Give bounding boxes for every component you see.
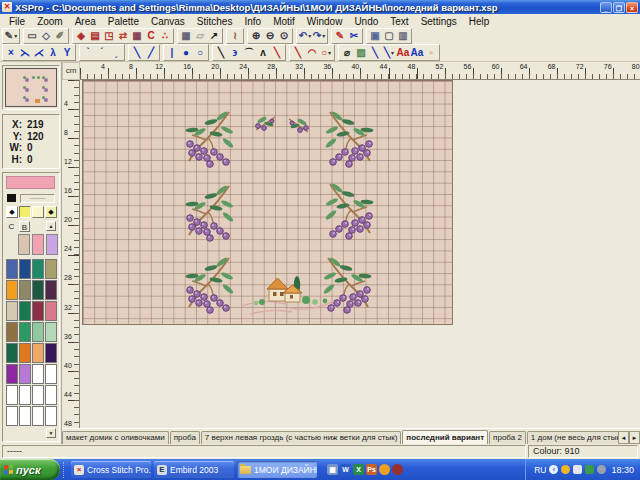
rotate-tool-button[interactable]: C <box>144 30 158 43</box>
current-color-swatch[interactable] <box>6 176 55 189</box>
motif-flip-tool-button[interactable]: ⇄ <box>116 30 130 43</box>
palette-swatch[interactable] <box>45 301 57 321</box>
palette-swatch[interactable] <box>32 301 44 321</box>
menu-zoom[interactable]: Zoom <box>31 16 69 27</box>
palette-mode-yellow[interactable] <box>19 206 31 218</box>
language-indicator[interactable]: RU <box>534 465 546 475</box>
motif-pattern-tool-button[interactable]: ▦ <box>130 30 144 43</box>
palette-scroll-up-button[interactable]: ▲ <box>46 221 56 231</box>
tray-app-icon[interactable] <box>573 465 582 474</box>
menu-info[interactable]: Info <box>238 16 267 27</box>
pattern-tab-2[interactable]: 7 верхн левая гроздь (с частью ниж ветки… <box>201 431 402 444</box>
tray-chevron-icon[interactable]: ‹ <box>549 465 558 474</box>
palette-swatch[interactable] <box>19 364 31 384</box>
preview-panel[interactable] <box>2 65 60 110</box>
three-quarter-stitch-left-button[interactable]: ⋋ <box>18 46 32 59</box>
knot-pair-tool-button[interactable]: ⌀ <box>340 46 354 59</box>
palette-swatch[interactable] <box>45 343 57 363</box>
menu-area[interactable]: Area <box>69 16 102 27</box>
palette-swatch[interactable] <box>6 364 18 384</box>
curve-stitch-tool-button[interactable]: ◠ <box>305 46 319 59</box>
palette-swatch[interactable] <box>6 322 18 342</box>
palette-swatch[interactable] <box>19 301 31 321</box>
undo-button-dropdown-icon[interactable]: ▾ <box>308 33 311 39</box>
quarter-stitch-3-button[interactable]: ˏ <box>109 46 123 59</box>
export-button-button[interactable]: ▥ <box>396 30 410 43</box>
cut-tool-button[interactable]: ✂ <box>347 30 361 43</box>
palette-column-c-button[interactable]: C <box>6 221 17 232</box>
palette-swatch[interactable] <box>45 322 57 342</box>
special-stitch-3-button[interactable]: ⌒ <box>242 46 256 59</box>
palette-swatch[interactable] <box>19 385 31 405</box>
palette-swatch[interactable] <box>32 385 44 405</box>
menu-file[interactable]: File <box>3 16 31 27</box>
branch-motif[interactable] <box>180 254 236 320</box>
branch-motif[interactable] <box>180 108 236 174</box>
pattern-tab-3[interactable]: последний вариант <box>402 430 488 444</box>
quicklaunch-excel-icon[interactable]: X <box>353 464 364 475</box>
palette-column-b-button[interactable]: B <box>19 221 30 232</box>
minimize-button[interactable]: _ <box>600 2 612 13</box>
motif-copy-tool-button[interactable]: ▤ <box>88 30 102 43</box>
zoom-out-tool-button[interactable]: ⊖ <box>263 30 277 43</box>
menu-window[interactable]: Window <box>301 16 349 27</box>
rect-select-tool-button[interactable]: ▭ <box>25 30 39 43</box>
image-overlay-tool-button[interactable]: ▨ <box>354 46 368 59</box>
taskbar-task[interactable]: 1МОИ ДИЗАЙНЫ <box>237 461 317 478</box>
palette-swatch[interactable] <box>19 259 31 279</box>
palette-swatch[interactable] <box>32 406 44 426</box>
palette-black-square[interactable] <box>7 194 16 202</box>
menu-settings[interactable]: Settings <box>415 16 463 27</box>
palette-swatch[interactable] <box>6 301 18 321</box>
half-stitch-forward-button[interactable]: ╱ <box>144 46 158 59</box>
redo-button-button[interactable]: ↷▾ <box>312 30 326 43</box>
half-cross-stitch-button[interactable]: λ <box>46 46 60 59</box>
palette-swatch[interactable] <box>6 406 18 426</box>
palette-swatch[interactable] <box>6 385 18 405</box>
new-doc-button-button[interactable]: ▢ <box>382 30 396 43</box>
selection-frame-tool-button[interactable]: ▫ <box>424 46 438 59</box>
palette-mode-diamond[interactable]: ◆ <box>6 206 18 218</box>
palette-swatch[interactable] <box>19 322 31 342</box>
menu-undo[interactable]: Undo <box>348 16 384 27</box>
circle-stitch-tool-dropdown-icon[interactable]: ▾ <box>328 50 331 56</box>
palette-column-swatch-2[interactable] <box>46 234 58 255</box>
special-stitch-5-button[interactable]: ╲ <box>270 46 284 59</box>
text-tool-red-button[interactable]: Aa <box>396 46 410 59</box>
pointer-tool-button[interactable]: ↗ <box>207 30 221 43</box>
zoom-actual-tool-button[interactable]: ⊙ <box>277 30 291 43</box>
circle-stitch-tool-button[interactable]: ○▾ <box>319 46 333 59</box>
motif-stamp-tool-button[interactable]: ◳ <box>102 30 116 43</box>
taskbar-task[interactable]: ×Cross Stitch Pro... <box>71 461 151 478</box>
menu-canvas[interactable]: Canvas <box>145 16 191 27</box>
pencil-tool-dropdown-icon[interactable]: ▾ <box>14 33 17 39</box>
maximize-button[interactable]: ❐ <box>613 2 625 13</box>
quarter-stitch-1-button[interactable]: ˋ <box>81 46 95 59</box>
redo-button-dropdown-icon[interactable]: ▾ <box>322 33 325 39</box>
special-stitch-4-button[interactable]: ʌ <box>256 46 270 59</box>
menu-text[interactable]: Text <box>384 16 414 27</box>
branch-motif[interactable] <box>180 182 236 248</box>
freehand-select-tool-button[interactable]: ✐ <box>53 30 67 43</box>
palette-swatch[interactable] <box>32 259 44 279</box>
start-button[interactable]: пуск <box>0 459 60 480</box>
quicklaunch-icq-icon[interactable] <box>379 464 390 475</box>
print-preview-button-button[interactable]: ▱ <box>193 30 207 43</box>
palette-swatch[interactable] <box>19 343 31 363</box>
design-preview-thumbnail[interactable] <box>5 68 57 107</box>
full-cross-stitch-button[interactable]: × <box>4 46 18 59</box>
palette-mode-diamond-2[interactable]: ◆ <box>45 206 57 218</box>
branch-motif[interactable] <box>323 108 379 174</box>
text-tool-navy-button[interactable]: Aa <box>410 46 424 59</box>
import-image-button-button[interactable]: ▣ <box>368 30 382 43</box>
palette-column-swatch-0[interactable] <box>18 234 30 255</box>
design-canvas[interactable] <box>82 80 453 325</box>
quicklaunch-photoshop-icon[interactable]: Ps <box>366 464 377 475</box>
palette-swatch[interactable] <box>45 406 57 426</box>
zoom-in-tool-button[interactable]: ⊕ <box>249 30 263 43</box>
palette-swatch[interactable] <box>45 385 57 405</box>
branch-motif[interactable] <box>323 180 379 246</box>
menu-stitches[interactable]: Stitches <box>191 16 239 27</box>
palette-column-swatch-1[interactable] <box>32 234 44 255</box>
close-button[interactable]: × <box>626 2 638 13</box>
